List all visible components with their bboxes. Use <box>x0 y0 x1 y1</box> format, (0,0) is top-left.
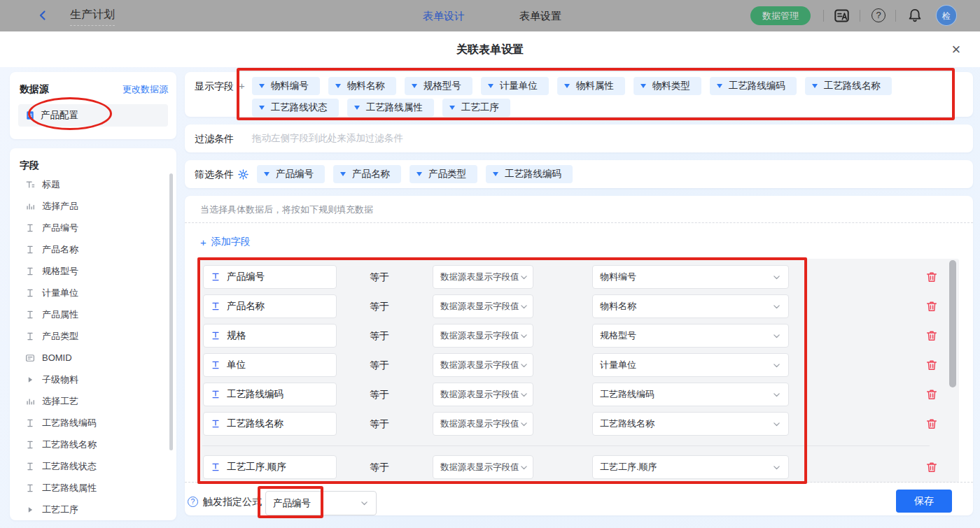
sidebar-scrollbar[interactable] <box>169 173 173 450</box>
close-icon[interactable]: × <box>946 40 966 59</box>
chevron-down-icon <box>640 84 646 88</box>
rule-target-field-box[interactable]: 工艺路线名称 <box>203 412 337 436</box>
tab-form-design[interactable]: 表单设计 <box>423 0 465 31</box>
rule-source-field-select[interactable]: 工艺路线编码 <box>592 383 789 406</box>
field-list-item[interactable]: 工艺路线编码 <box>20 412 165 434</box>
top-navbar: 生产计划 表单设计 表单设置 数据管理 ? 检 <box>0 0 980 31</box>
rule-target-field-box[interactable]: 产品名称 <box>203 294 337 318</box>
rules-scrollbar[interactable] <box>949 260 956 387</box>
field-list-item[interactable]: 标题 <box>20 173 165 195</box>
fields-list: 标题 选择产品 产品编号 <box>20 173 165 520</box>
trash-icon[interactable] <box>925 329 938 342</box>
rule-source-type-select[interactable]: 数据源表显示字段值 <box>433 455 533 479</box>
rule-target-field-label: 规格 <box>227 329 246 342</box>
trash-icon[interactable] <box>925 418 938 430</box>
rule-source-type-select[interactable]: 数据源表显示字段值 <box>433 294 533 318</box>
trash-icon[interactable] <box>925 388 938 401</box>
field-list-item[interactable]: 工艺路线属性 <box>20 477 165 499</box>
field-list-item[interactable]: 规格型号 <box>20 260 165 282</box>
chevron-down-icon <box>519 331 528 341</box>
field-list-item[interactable]: 产品名称 <box>20 238 165 260</box>
rule-source-field-select[interactable]: 计量单位 <box>592 353 789 377</box>
field-type-icon <box>25 462 35 471</box>
trash-icon[interactable] <box>925 271 938 283</box>
divider <box>860 10 860 22</box>
display-field-chip[interactable]: 工艺工序 <box>442 99 510 117</box>
breadcrumb-form-name[interactable]: 生产计划 <box>70 8 115 26</box>
field-list-item[interactable]: 选择工艺 <box>20 390 165 412</box>
chevron-down-icon <box>772 463 781 472</box>
translate-icon[interactable] <box>834 8 850 24</box>
rule-source-type-select[interactable]: 数据源表显示字段值 <box>433 265 533 289</box>
display-field-chip[interactable]: 工艺路线状态 <box>252 99 339 117</box>
data-manage-button[interactable]: 数据管理 <box>750 6 811 25</box>
tab-form-settings[interactable]: 表单设置 <box>519 0 561 31</box>
trash-icon[interactable] <box>925 359 938 371</box>
datasource-card: 数据源 更改数据源 产品配置 <box>10 72 176 139</box>
screening-chip[interactable]: 产品类型 <box>410 165 477 183</box>
gear-icon[interactable] <box>238 169 248 180</box>
field-list-item[interactable]: 工艺路线名称 <box>20 434 165 455</box>
field-list-item[interactable]: 子级物料 <box>20 369 165 390</box>
avatar[interactable]: 检 <box>936 5 957 26</box>
rule-source-type-select[interactable]: 数据源表显示字段值 <box>433 353 533 377</box>
rule-source-type-select[interactable]: 数据源表显示字段值 <box>433 324 533 348</box>
field-list-item[interactable]: 产品编号 <box>20 217 165 238</box>
rule-source-field-select[interactable]: 工艺路线名称 <box>592 412 789 436</box>
field-label: 产品属性 <box>42 308 78 321</box>
change-datasource-link[interactable]: 更改数据源 <box>122 83 168 96</box>
related-form-settings-modal: 关联表单设置 × 数据源 更改数据源 产品配置 字段 <box>0 31 980 528</box>
chip-label: 产品类型 <box>428 168 466 180</box>
rule-source-field-select[interactable]: 规格型号 <box>592 324 789 348</box>
display-field-chip[interactable]: 物料类型 <box>634 77 701 95</box>
field-list-item[interactable]: 选择产品 <box>20 195 165 217</box>
field-list-item[interactable]: BOMID <box>20 347 165 369</box>
chip-label: 物料属性 <box>576 80 614 92</box>
chevron-down-icon <box>772 390 781 399</box>
rule-source-type-select[interactable]: 数据源表显示字段值 <box>433 383 533 406</box>
add-field-button[interactable]: + 添加字段 <box>200 236 251 248</box>
display-field-chip[interactable]: 物料名称 <box>328 77 396 95</box>
display-field-chip[interactable]: 规格型号 <box>405 77 472 95</box>
help-icon[interactable]: ? <box>872 8 886 22</box>
rule-target-field-box[interactable]: 规格 <box>203 324 337 348</box>
rule-target-field-box[interactable]: 产品编号 <box>203 265 337 289</box>
screening-chip[interactable]: 产品名称 <box>333 165 401 183</box>
rule-target-field-box[interactable]: 单位 <box>203 353 337 377</box>
display-field-chip[interactable]: 工艺路线名称 <box>805 77 892 95</box>
rule-operator-label: 等于 <box>370 324 389 348</box>
chevron-down-icon <box>493 172 498 176</box>
field-list-item[interactable]: 产品属性 <box>20 304 165 325</box>
rule-source-field-select[interactable]: 工艺工序.顺序 <box>592 455 789 479</box>
text-field-icon <box>211 301 220 311</box>
rule-source-type-select[interactable]: 数据源表显示字段值 <box>433 412 533 436</box>
screening-chip[interactable]: 产品编号 <box>257 165 325 183</box>
rule-target-field-box[interactable]: 工艺工序.顺序 <box>203 455 337 479</box>
trigger-field-select[interactable]: 产品编号 <box>265 491 377 515</box>
datasource-title: 数据源 <box>20 83 49 96</box>
field-list-item[interactable]: 工艺路线状态 <box>20 455 165 477</box>
divider <box>895 10 896 22</box>
rule-target-field-box[interactable]: 工艺路线编码 <box>203 383 337 406</box>
rule-source-field-select[interactable]: 物料名称 <box>592 294 789 318</box>
field-list-item[interactable]: 计量单位 <box>20 282 165 304</box>
field-list-item[interactable]: 工艺工序 <box>20 499 165 520</box>
datasource-item-product-config[interactable]: 产品配置 <box>18 104 168 127</box>
display-field-chip[interactable]: 工艺路线属性 <box>347 99 434 117</box>
back-icon[interactable] <box>37 10 48 21</box>
display-field-chip[interactable]: 物料属性 <box>557 77 625 95</box>
field-list-item[interactable]: 产品类型 <box>20 325 165 347</box>
save-button[interactable]: 保存 <box>896 490 952 513</box>
filter-condition-card[interactable]: 过滤条件 拖动左侧字段到此处来添加过滤条件 <box>185 124 973 152</box>
trash-icon[interactable] <box>925 300 938 313</box>
chevron-down-icon <box>354 106 360 110</box>
bell-icon[interactable] <box>907 8 923 23</box>
rule-source-field-select[interactable]: 物料编号 <box>592 265 789 289</box>
display-field-chip[interactable]: 物料编号 <box>252 77 320 95</box>
display-field-chip[interactable]: 工艺路线编码 <box>710 77 797 95</box>
display-field-chip[interactable]: 计量单位 <box>481 77 549 95</box>
help-icon[interactable]: ? <box>188 497 198 507</box>
screening-chip[interactable]: 工艺路线编码 <box>486 165 573 183</box>
trash-icon[interactable] <box>925 461 938 473</box>
add-display-field-button[interactable]: + <box>239 77 245 95</box>
